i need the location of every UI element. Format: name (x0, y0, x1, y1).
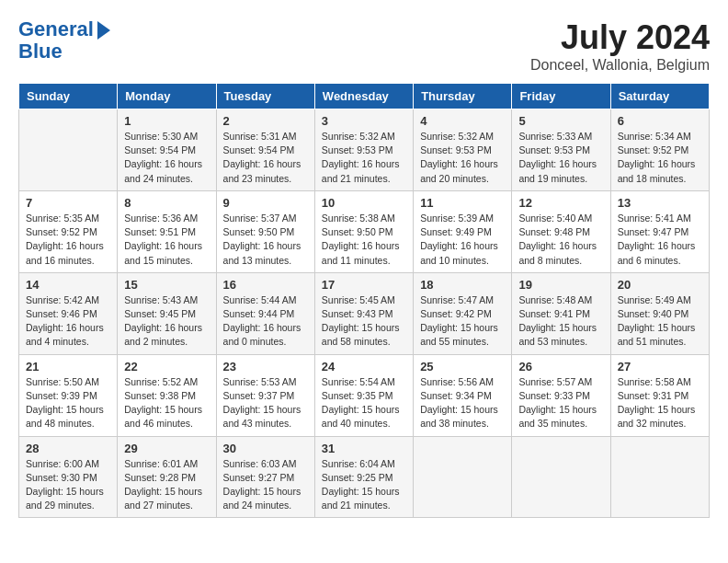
weekday-header-wednesday: Wednesday (314, 84, 413, 109)
day-info: Sunrise: 5:40 AM Sunset: 9:48 PM Dayligh… (518, 212, 603, 268)
day-number: 3 (322, 114, 406, 128)
calendar-cell: 20Sunrise: 5:49 AM Sunset: 9:40 PM Dayli… (610, 272, 709, 354)
day-number: 20 (618, 278, 702, 292)
day-info: Sunrise: 5:32 AM Sunset: 9:53 PM Dayligh… (420, 130, 505, 186)
day-info: Sunrise: 6:04 AM Sunset: 9:25 PM Dayligh… (322, 457, 406, 513)
title-block: July 2024 Donceel, Wallonia, Belgium (530, 18, 710, 74)
day-info: Sunrise: 5:53 AM Sunset: 9:37 PM Dayligh… (223, 375, 308, 431)
calendar-cell: 17Sunrise: 5:45 AM Sunset: 9:43 PM Dayli… (314, 272, 413, 354)
calendar-cell: 21Sunrise: 5:50 AM Sunset: 9:39 PM Dayli… (19, 354, 118, 436)
calendar-cell: 24Sunrise: 5:54 AM Sunset: 9:35 PM Dayli… (314, 354, 413, 436)
day-info: Sunrise: 5:45 AM Sunset: 9:43 PM Dayligh… (322, 293, 406, 350)
calendar-cell: 13Sunrise: 5:41 AM Sunset: 9:47 PM Dayli… (610, 190, 709, 272)
day-info: Sunrise: 5:35 AM Sunset: 9:52 PM Dayligh… (26, 212, 110, 268)
day-number: 8 (124, 196, 209, 210)
day-number: 14 (26, 278, 110, 292)
day-number: 13 (618, 196, 702, 210)
weekday-header-thursday: Thursday (414, 84, 512, 109)
calendar-week-row: 1Sunrise: 5:30 AM Sunset: 9:54 PM Daylig… (19, 109, 710, 191)
day-number: 26 (518, 360, 603, 373)
month-year-title: July 2024 (530, 18, 710, 57)
day-number: 19 (518, 278, 603, 292)
day-info: Sunrise: 5:49 AM Sunset: 9:40 PM Dayligh… (618, 293, 702, 350)
day-info: Sunrise: 5:44 AM Sunset: 9:44 PM Dayligh… (223, 293, 308, 350)
day-number: 1 (124, 114, 209, 128)
calendar-cell: 10Sunrise: 5:38 AM Sunset: 9:50 PM Dayli… (314, 190, 413, 272)
day-number: 29 (124, 442, 209, 455)
calendar-cell: 4Sunrise: 5:32 AM Sunset: 9:53 PM Daylig… (414, 109, 512, 191)
day-info: Sunrise: 6:03 AM Sunset: 9:27 PM Dayligh… (223, 457, 308, 513)
day-info: Sunrise: 5:58 AM Sunset: 9:31 PM Dayligh… (618, 375, 702, 431)
calendar-cell: 22Sunrise: 5:52 AM Sunset: 9:38 PM Dayli… (118, 354, 216, 436)
day-info: Sunrise: 5:52 AM Sunset: 9:38 PM Dayligh… (124, 375, 209, 431)
calendar-cell: 27Sunrise: 5:58 AM Sunset: 9:31 PM Dayli… (610, 354, 709, 436)
day-info: Sunrise: 5:56 AM Sunset: 9:34 PM Dayligh… (420, 375, 505, 431)
day-number: 17 (322, 278, 406, 292)
day-info: Sunrise: 5:30 AM Sunset: 9:54 PM Dayligh… (124, 130, 209, 186)
calendar-cell: 11Sunrise: 5:39 AM Sunset: 9:49 PM Dayli… (414, 190, 512, 272)
day-number: 27 (618, 360, 702, 373)
day-info: Sunrise: 6:01 AM Sunset: 9:28 PM Dayligh… (124, 457, 209, 513)
day-info: Sunrise: 5:38 AM Sunset: 9:50 PM Dayligh… (322, 212, 406, 268)
page-header: General Blue July 2024 Donceel, Wallonia… (18, 18, 710, 74)
weekday-header-monday: Monday (118, 84, 216, 109)
weekday-header-row: SundayMondayTuesdayWednesdayThursdayFrid… (19, 84, 710, 109)
calendar-cell (19, 109, 118, 191)
day-number: 23 (223, 360, 308, 373)
day-number: 16 (223, 278, 308, 292)
day-info: Sunrise: 5:31 AM Sunset: 9:54 PM Dayligh… (223, 130, 308, 186)
day-info: Sunrise: 5:43 AM Sunset: 9:45 PM Dayligh… (124, 293, 209, 350)
calendar-cell: 31Sunrise: 6:04 AM Sunset: 9:25 PM Dayli… (314, 436, 413, 518)
day-number: 22 (124, 360, 209, 373)
day-number: 15 (124, 278, 209, 292)
calendar-cell: 23Sunrise: 5:53 AM Sunset: 9:37 PM Dayli… (216, 354, 314, 436)
day-info: Sunrise: 5:48 AM Sunset: 9:41 PM Dayligh… (518, 293, 603, 350)
weekday-header-tuesday: Tuesday (216, 84, 314, 109)
day-number: 24 (322, 360, 406, 373)
logo-text-blue: Blue (18, 40, 63, 63)
day-number: 12 (518, 196, 603, 210)
calendar-cell: 16Sunrise: 5:44 AM Sunset: 9:44 PM Dayli… (216, 272, 314, 354)
calendar-cell (414, 436, 512, 518)
day-number: 31 (322, 442, 406, 455)
day-number: 7 (26, 196, 110, 210)
logo-text: General (18, 18, 94, 40)
calendar-cell: 8Sunrise: 5:36 AM Sunset: 9:51 PM Daylig… (118, 190, 216, 272)
calendar-cell: 30Sunrise: 6:03 AM Sunset: 9:27 PM Dayli… (216, 436, 314, 518)
day-info: Sunrise: 5:33 AM Sunset: 9:53 PM Dayligh… (518, 130, 603, 186)
calendar-cell: 26Sunrise: 5:57 AM Sunset: 9:33 PM Dayli… (512, 354, 610, 436)
calendar-cell (610, 436, 709, 518)
calendar-cell: 12Sunrise: 5:40 AM Sunset: 9:48 PM Dayli… (512, 190, 610, 272)
calendar-week-row: 21Sunrise: 5:50 AM Sunset: 9:39 PM Dayli… (19, 354, 710, 436)
calendar-week-row: 7Sunrise: 5:35 AM Sunset: 9:52 PM Daylig… (19, 190, 710, 272)
location-subtitle: Donceel, Wallonia, Belgium (530, 57, 710, 74)
calendar-cell (512, 436, 610, 518)
day-number: 2 (223, 114, 308, 128)
day-info: Sunrise: 5:54 AM Sunset: 9:35 PM Dayligh… (322, 375, 406, 431)
day-number: 30 (223, 442, 308, 455)
calendar-cell: 9Sunrise: 5:37 AM Sunset: 9:50 PM Daylig… (216, 190, 314, 272)
day-number: 18 (420, 278, 505, 292)
calendar-cell: 6Sunrise: 5:34 AM Sunset: 9:52 PM Daylig… (610, 109, 709, 191)
weekday-header-saturday: Saturday (610, 84, 709, 109)
day-number: 5 (518, 114, 603, 128)
calendar-cell: 18Sunrise: 5:47 AM Sunset: 9:42 PM Dayli… (414, 272, 512, 354)
logo-arrow-icon (97, 21, 110, 40)
day-number: 11 (420, 196, 505, 210)
day-info: Sunrise: 5:34 AM Sunset: 9:52 PM Dayligh… (618, 130, 702, 186)
day-number: 10 (322, 196, 406, 210)
calendar-cell: 29Sunrise: 6:01 AM Sunset: 9:28 PM Dayli… (118, 436, 216, 518)
day-info: Sunrise: 5:47 AM Sunset: 9:42 PM Dayligh… (420, 293, 505, 350)
day-info: Sunrise: 5:57 AM Sunset: 9:33 PM Dayligh… (518, 375, 603, 431)
calendar-cell: 19Sunrise: 5:48 AM Sunset: 9:41 PM Dayli… (512, 272, 610, 354)
calendar-cell: 28Sunrise: 6:00 AM Sunset: 9:30 PM Dayli… (19, 436, 118, 518)
day-number: 21 (26, 360, 110, 373)
calendar-cell: 14Sunrise: 5:42 AM Sunset: 9:46 PM Dayli… (19, 272, 118, 354)
day-number: 4 (420, 114, 505, 128)
day-info: Sunrise: 5:36 AM Sunset: 9:51 PM Dayligh… (124, 212, 209, 268)
calendar-cell: 1Sunrise: 5:30 AM Sunset: 9:54 PM Daylig… (118, 109, 216, 191)
weekday-header-sunday: Sunday (19, 84, 118, 109)
day-info: Sunrise: 6:00 AM Sunset: 9:30 PM Dayligh… (26, 457, 110, 513)
calendar-cell: 25Sunrise: 5:56 AM Sunset: 9:34 PM Dayli… (414, 354, 512, 436)
day-number: 25 (420, 360, 505, 373)
